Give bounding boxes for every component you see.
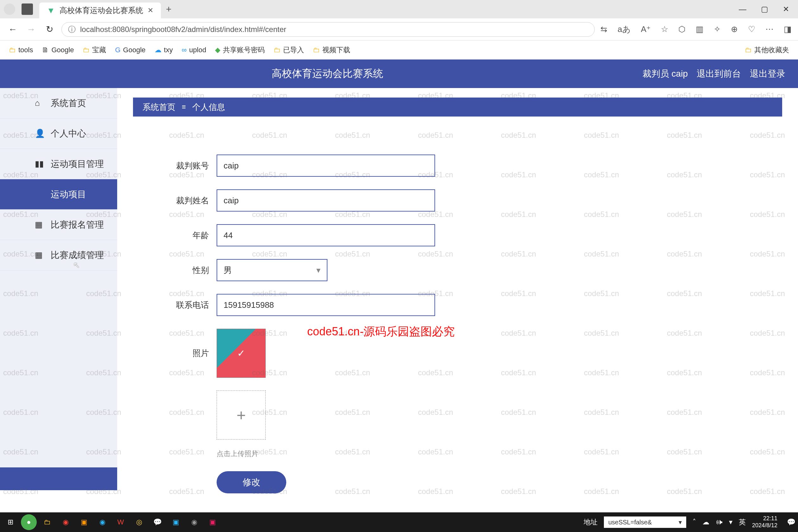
workspace-icon[interactable] xyxy=(21,3,33,15)
edge-icon[interactable]: ◉ xyxy=(94,514,110,530)
start-icon[interactable]: ⊞ xyxy=(2,514,18,530)
close-tab-icon[interactable]: ✕ xyxy=(148,6,153,15)
app-icon[interactable]: ● xyxy=(21,514,37,530)
favorite-icon[interactable]: ☆ xyxy=(661,24,668,34)
bookmark-baozang[interactable]: 🗀宝藏 xyxy=(83,45,106,55)
sidebar-icon[interactable]: ◨ xyxy=(784,24,792,34)
minimize-icon[interactable]: — xyxy=(739,5,746,14)
address-dropdown[interactable]: useSSL=false&▾ xyxy=(604,516,686,528)
profile-icon[interactable] xyxy=(4,3,15,15)
main-content: 系统首页 ≡ 个人信息 裁判账号 裁判姓名 年龄 性别男▾ 联系电话 照片✓ +… xyxy=(117,88,798,490)
bookmark-google2[interactable]: GGoogle xyxy=(115,46,145,54)
folder-icon: 🗀 xyxy=(273,46,281,54)
sidebar-item-sports-mgmt[interactable]: ▮▮运动项目管理 xyxy=(0,149,117,179)
explorer-icon[interactable]: 🗀 xyxy=(39,514,55,530)
bookmark-imported[interactable]: 🗀已导入 xyxy=(273,45,304,55)
bookmark-tools[interactable]: 🗀tools xyxy=(9,46,33,54)
address-bar: ← → ↻ ⓘ localhost:8080/springboot08fv2/a… xyxy=(0,18,798,40)
link-icon: ∞ xyxy=(182,46,187,54)
bookmark-txy[interactable]: ☁txy xyxy=(154,46,173,54)
chrome-icon[interactable]: ◉ xyxy=(58,514,74,530)
age-label: 年龄 xyxy=(158,230,209,241)
app-title: 高校体育运动会比赛系统 xyxy=(13,67,643,81)
grid-icon: ▦ xyxy=(35,220,44,230)
sidebar: ⌂系统首页 👤个人中心 ▮▮运动项目管理 运动项目 ▦比赛报名管理 ▦比赛成绩管… xyxy=(0,88,117,490)
maximize-icon[interactable]: ▢ xyxy=(761,5,768,14)
back-icon[interactable]: ← xyxy=(6,24,19,35)
notification-icon[interactable]: 💬 xyxy=(787,518,796,526)
breadcrumb-home[interactable]: 系统首页 xyxy=(142,102,175,113)
google-icon: G xyxy=(115,46,120,54)
photo-label: 照片 xyxy=(158,348,209,359)
sidebar-item-home[interactable]: ⌂系统首页 xyxy=(0,88,117,118)
close-window-icon[interactable]: ✕ xyxy=(783,5,789,14)
sidebar-item-sports[interactable]: 运动项目 xyxy=(0,179,117,210)
bookmark-share[interactable]: ◆共享账号密码 xyxy=(215,45,265,55)
photo-thumbnail[interactable]: ✓ xyxy=(216,329,266,378)
folder-icon: 🗀 xyxy=(745,46,752,54)
list-icon: ▮▮ xyxy=(35,159,44,169)
bookmark-uplod[interactable]: ∞uplod xyxy=(182,46,207,54)
app: 高校体育运动会比赛系统 裁判员 caip 退出到前台 退出登录 ⌂系统首页 👤个… xyxy=(0,59,798,490)
wps-icon[interactable]: W xyxy=(113,514,129,530)
url-field[interactable]: ⓘ localhost:8080/springboot08fv2/admin/d… xyxy=(61,22,595,37)
logout-front-link[interactable]: 退出到前台 xyxy=(697,68,741,80)
sidebar-item-results[interactable]: ▦比赛成绩管理 xyxy=(0,240,117,270)
translate-icon[interactable]: aあ xyxy=(618,24,630,35)
sidebar-bottom-bar xyxy=(0,468,117,490)
browser-chrome: ▼ 高校体育运动会比赛系统 ✕ + — ▢ ✕ ← → ↻ ⓘ localhos… xyxy=(0,0,798,59)
extension-icon[interactable]: ⬡ xyxy=(678,24,686,34)
browser-tab[interactable]: ▼ 高校体育运动会比赛系统 ✕ xyxy=(39,2,161,18)
new-tab-button[interactable]: + xyxy=(161,1,177,17)
chevron-down-icon: ▾ xyxy=(679,518,682,526)
share-icon: ◆ xyxy=(215,46,221,54)
bookmark-google[interactable]: 🗎Google xyxy=(42,46,74,54)
wechat-icon[interactable]: 💬 xyxy=(150,514,165,530)
folder-icon: 🗀 xyxy=(83,46,90,54)
tab-bar: ▼ 高校体育运动会比赛系统 ✕ + — ▢ ✕ xyxy=(0,0,798,18)
sidebar-item-profile[interactable]: 👤个人中心 xyxy=(0,118,117,149)
phone-input[interactable] xyxy=(216,294,435,316)
name-input[interactable] xyxy=(216,189,435,211)
ime-indicator[interactable]: 英 xyxy=(739,517,746,527)
tray-icon[interactable]: 🕪 xyxy=(716,518,723,526)
bookmark-video[interactable]: 🗀视频下载 xyxy=(313,45,350,55)
performance-icon[interactable]: ♡ xyxy=(748,24,755,34)
sidebar-item-enroll[interactable]: ▦比赛报名管理 xyxy=(0,210,117,240)
info-icon[interactable]: ⓘ xyxy=(68,24,76,35)
plus-icon: + xyxy=(236,406,246,424)
reader-icon[interactable]: ⇆ xyxy=(601,24,607,34)
split-icon[interactable]: ▥ xyxy=(696,24,704,34)
tray-icon[interactable]: ▾ xyxy=(729,518,733,526)
more-icon[interactable]: ⋯ xyxy=(765,24,774,34)
age-input[interactable] xyxy=(216,224,435,246)
submit-button[interactable]: 修改 xyxy=(216,471,286,493)
obs-icon[interactable]: ◉ xyxy=(186,514,202,530)
cloud-icon: ☁ xyxy=(154,46,162,54)
read-aloud-icon[interactable]: A⁺ xyxy=(641,24,651,34)
profile-form: 裁判账号 裁判姓名 年龄 性别男▾ 联系电话 照片✓ + 点击上传照片 修改 xyxy=(133,116,782,493)
gender-select[interactable]: 男▾ xyxy=(216,259,327,281)
bird-icon[interactable]: ▣ xyxy=(168,514,184,530)
other-bookmarks[interactable]: 🗀其他收藏夹 xyxy=(745,45,789,55)
app-header: 高校体育运动会比赛系统 裁判员 caip 退出到前台 退出登录 xyxy=(0,59,798,88)
tray-up-icon[interactable]: ˄ xyxy=(692,518,696,526)
clock[interactable]: 22:11 2024/8/12 xyxy=(752,515,781,529)
phone-label: 联系电话 xyxy=(158,300,209,311)
refresh-icon[interactable]: ↻ xyxy=(43,24,56,35)
downloads-icon[interactable]: ⊕ xyxy=(731,24,738,34)
breadcrumb-sep-icon: ≡ xyxy=(182,103,186,111)
tray-icon[interactable]: ☁ xyxy=(702,518,709,526)
sublime-icon[interactable]: ▣ xyxy=(76,514,92,530)
collections-icon[interactable]: ✧ xyxy=(714,24,721,34)
misc-icon[interactable]: ◎ xyxy=(131,514,147,530)
user-label: 裁判员 caip xyxy=(643,68,688,80)
account-input[interactable] xyxy=(216,154,435,177)
idea-icon[interactable]: ▣ xyxy=(205,514,221,530)
breadcrumb: 系统首页 ≡ 个人信息 xyxy=(133,97,782,116)
chevron-down-icon: ▾ xyxy=(316,265,321,275)
page-icon: 🗎 xyxy=(42,46,49,54)
upload-box[interactable]: + xyxy=(216,391,266,439)
logout-link[interactable]: 退出登录 xyxy=(750,68,785,80)
account-label: 裁判账号 xyxy=(158,160,209,171)
